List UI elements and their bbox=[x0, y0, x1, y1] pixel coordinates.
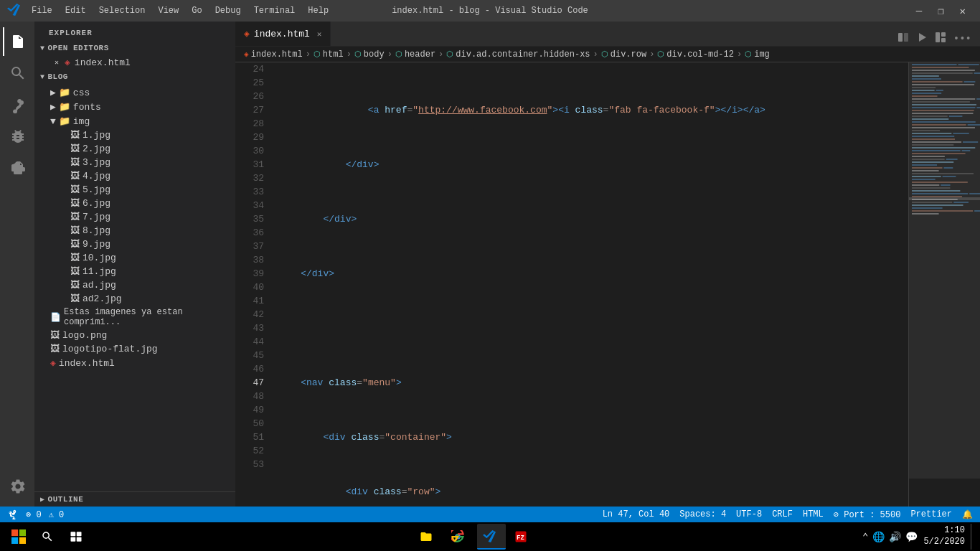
source-control-icon[interactable] bbox=[3, 90, 32, 119]
bc-item-div-col[interactable]: ⬡ div.col-md-12 bbox=[657, 50, 734, 60]
taskview-button[interactable] bbox=[63, 524, 89, 550]
code-editor[interactable]: 24 25 26 27 28 29 30 31 32 33 34 35 36 3… bbox=[235, 62, 980, 507]
file-icon-logotipo: 🖼 bbox=[50, 344, 60, 354]
bc-sep5: › bbox=[593, 50, 598, 60]
status-ln-col[interactable]: Ln 47, Col 40 bbox=[603, 509, 670, 519]
status-bell[interactable]: 🔔 bbox=[962, 509, 973, 520]
menu-selection[interactable]: Selection bbox=[93, 4, 151, 17]
bc-sep4: › bbox=[438, 50, 443, 60]
bc-item-img[interactable]: ⬡ img bbox=[745, 50, 770, 60]
system-clock[interactable]: 1:10 5/2/2020 bbox=[923, 525, 965, 547]
file-ad2jpg[interactable]: 🖼 ad2.jpg bbox=[34, 292, 235, 306]
status-spaces[interactable]: Spaces: 4 bbox=[679, 509, 726, 519]
folder-fonts[interactable]: ▶ 📁 fonts bbox=[34, 100, 235, 114]
bc-sep6: › bbox=[649, 50, 654, 60]
status-prettier[interactable]: Prettier bbox=[910, 509, 952, 519]
menu-go[interactable]: Go bbox=[186, 4, 207, 17]
file-11jpg[interactable]: 🖼 11.jpg bbox=[34, 265, 235, 278]
code-line-28 bbox=[278, 321, 901, 335]
svg-rect-7 bbox=[11, 537, 18, 544]
file-5jpg[interactable]: 🖼 5.jpg bbox=[34, 183, 235, 197]
menu-help[interactable]: Help bbox=[302, 4, 334, 17]
file-adjpg[interactable]: 🖼 ad.jpg bbox=[34, 278, 235, 292]
taskbar-filezilla[interactable]: FZ bbox=[509, 524, 537, 550]
settings-icon[interactable] bbox=[3, 472, 32, 501]
menu-terminal[interactable]: Terminal bbox=[248, 4, 301, 17]
search-activity-icon[interactable] bbox=[3, 59, 32, 88]
open-editors-header[interactable]: ▼ OPEN EDITORS bbox=[34, 41, 235, 55]
blog-section-header[interactable]: ▼ BLOG bbox=[34, 70, 235, 84]
file-icon-4jpg: 🖼 bbox=[70, 171, 80, 182]
file-8jpg[interactable]: 🖼 8.jpg bbox=[34, 224, 235, 237]
taskbar-fileexplorer[interactable] bbox=[414, 524, 443, 550]
bc-item-indexhtml[interactable]: ◈ index.html bbox=[244, 50, 303, 60]
bc-sep2: › bbox=[347, 50, 352, 60]
code-content[interactable]: <a href="http://www.facebook.com"><i cla… bbox=[271, 62, 908, 507]
code-line-27: </div> bbox=[278, 267, 901, 281]
file-logo[interactable]: 🖼 logo.png bbox=[34, 329, 235, 342]
explorer-icon[interactable] bbox=[3, 27, 32, 56]
start-button[interactable] bbox=[6, 524, 32, 550]
bc-img-icon: ⬡ bbox=[745, 50, 752, 59]
file-6jpg[interactable]: 🖼 6.jpg bbox=[34, 197, 235, 210]
status-errors[interactable]: ⊗ 0 bbox=[26, 509, 42, 520]
taskbar-vscode[interactable] bbox=[477, 524, 506, 550]
chevron-fonts: ▶ bbox=[50, 101, 56, 113]
show-desktop-button[interactable] bbox=[971, 524, 974, 550]
volume-icon[interactable]: 🔊 bbox=[889, 531, 901, 543]
minimize-button[interactable]: — bbox=[909, 4, 929, 19]
svg-rect-2 bbox=[936, 32, 940, 42]
status-port[interactable]: ⊘ Port : 5500 bbox=[834, 509, 901, 520]
taskbar: FZ ⌃ 🌐 🔊 💬 1:10 5/2/2020 bbox=[0, 522, 980, 551]
status-warnings[interactable]: ⚠ 0 bbox=[49, 509, 65, 520]
file-10jpg[interactable]: 🖼 10.jpg bbox=[34, 251, 235, 265]
tab-index-html[interactable]: ◈ index.html ✕ bbox=[235, 22, 331, 46]
code-line-24: <a href="http://www.facebook.com"><i cla… bbox=[278, 103, 901, 117]
open-editor-item-index[interactable]: ✕ ◈ index.html bbox=[34, 55, 235, 70]
status-line-ending[interactable]: CRLF bbox=[772, 509, 793, 519]
menu-file[interactable]: File bbox=[26, 4, 58, 17]
extensions-icon[interactable] bbox=[3, 154, 32, 182]
menu-edit[interactable]: Edit bbox=[60, 4, 92, 17]
file-comprimi-label: Estas imagenes ya estan comprimi... bbox=[64, 307, 230, 327]
file-index-tree[interactable]: ◈ index.html bbox=[34, 356, 235, 370]
maximize-button[interactable]: ❐ bbox=[930, 4, 951, 19]
bc-item-header[interactable]: ⬡ header bbox=[395, 50, 435, 60]
file-comprimi[interactable]: 📄 Estas imagenes ya estan comprimi... bbox=[34, 306, 235, 329]
bc-item-html[interactable]: ⬡ html bbox=[314, 50, 344, 60]
tab-bar: ◈ index.html ✕ bbox=[235, 22, 980, 47]
file-1jpg[interactable]: 🖼 1.jpg bbox=[34, 128, 235, 142]
split-editor-icon[interactable] bbox=[897, 32, 909, 46]
close-editor-icon[interactable]: ✕ bbox=[55, 58, 59, 67]
network-icon[interactable]: 🌐 bbox=[872, 531, 885, 543]
notification-icon[interactable]: 💬 bbox=[905, 531, 918, 543]
bc-item-div-ad[interactable]: ⬡ div.ad.container.hidden-xs bbox=[446, 50, 590, 60]
status-language[interactable]: HTML bbox=[803, 509, 824, 519]
layout-icon[interactable] bbox=[935, 32, 946, 46]
bc-item-div-row[interactable]: ⬡ div.row bbox=[601, 50, 646, 60]
close-button[interactable]: ✕ bbox=[953, 4, 973, 19]
taskbar-chrome[interactable] bbox=[446, 524, 474, 550]
tray-arrow-icon[interactable]: ⌃ bbox=[862, 531, 868, 543]
outline-header[interactable]: ▶ OUTLINE bbox=[34, 492, 235, 507]
run-icon[interactable] bbox=[916, 32, 928, 46]
file-4jpg[interactable]: 🖼 4.jpg bbox=[34, 169, 235, 183]
status-encoding[interactable]: UTF-8 bbox=[736, 509, 762, 519]
menu-view[interactable]: View bbox=[152, 4, 184, 17]
file-3jpg[interactable]: 🖼 3.jpg bbox=[34, 156, 235, 169]
file-2jpg[interactable]: 🖼 2.jpg bbox=[34, 142, 235, 156]
folder-css[interactable]: ▶ 📁 css bbox=[34, 85, 235, 100]
file-7jpg[interactable]: 🖼 7.jpg bbox=[34, 210, 235, 224]
titlebar: File Edit Selection View Go Debug Termin… bbox=[0, 0, 980, 22]
debug-icon[interactable] bbox=[3, 122, 32, 151]
more-actions-icon[interactable]: ••• bbox=[953, 33, 971, 44]
file-logotipo[interactable]: 🖼 logotipo-flat.jpg bbox=[34, 342, 235, 356]
bc-item-body[interactable]: ⬡ body bbox=[354, 50, 385, 60]
menu-debug[interactable]: Debug bbox=[209, 4, 247, 17]
file-9jpg[interactable]: 🖼 9.jpg bbox=[34, 237, 235, 251]
tab-close-icon[interactable]: ✕ bbox=[317, 29, 322, 39]
taskbar-search[interactable] bbox=[34, 524, 60, 550]
folder-img[interactable]: ▼ 📁 img bbox=[34, 114, 235, 128]
status-branch[interactable] bbox=[7, 509, 19, 519]
chevron-down-icon-blog: ▼ bbox=[40, 73, 45, 81]
